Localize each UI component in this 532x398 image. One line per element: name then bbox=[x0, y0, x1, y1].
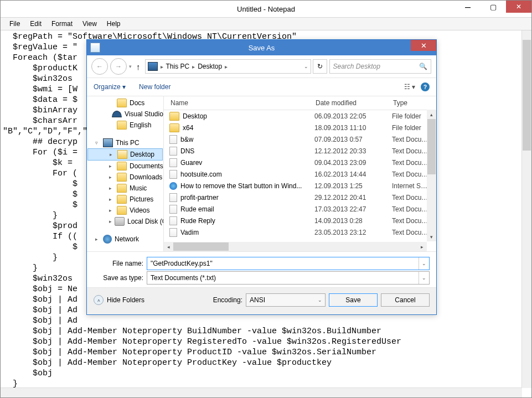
cancel-button[interactable]: Cancel bbox=[381, 293, 430, 307]
menu-file[interactable]: File bbox=[4, 19, 25, 29]
doc-icon bbox=[169, 147, 177, 156]
new-folder-button[interactable]: New folder bbox=[139, 83, 171, 91]
scroll-left-arrow[interactable]: ◂ bbox=[164, 242, 173, 251]
search-input[interactable]: Search Desktop 🔍 bbox=[329, 59, 431, 74]
scroll-down-arrow[interactable]: ▾ bbox=[427, 232, 436, 241]
breadcrumb-current[interactable]: Desktop bbox=[198, 63, 222, 70]
help-icon[interactable]: ? bbox=[421, 82, 430, 91]
tree-item[interactable]: ▸Pictures bbox=[87, 194, 163, 205]
savetype-select[interactable]: Text Documents (*.txt) ⌄ bbox=[147, 271, 430, 285]
tree-item[interactable]: ▸Videos bbox=[87, 205, 163, 216]
filename-input[interactable]: "GetProductKey.ps1" ⌄ bbox=[147, 257, 430, 270]
close-button[interactable]: ✕ bbox=[506, 1, 531, 13]
expander-icon[interactable]: ▸ bbox=[109, 219, 112, 224]
file-list[interactable]: Name Date modified Type Desktop06.09.201… bbox=[164, 96, 436, 251]
menu-view[interactable]: View bbox=[78, 19, 102, 29]
list-horizontal-scrollbar[interactable]: ◂ ▸ bbox=[164, 242, 427, 251]
chevron-right-icon[interactable]: ▸ bbox=[190, 64, 197, 70]
dialog-nav: ← → ▾ ↑ ▸ This PC ▸ Desktop ▸ ⌄ ↻ Search… bbox=[87, 55, 436, 78]
save-button[interactable]: Save bbox=[329, 293, 378, 307]
menu-edit[interactable]: Edit bbox=[25, 19, 47, 29]
minimize-button[interactable]: – bbox=[455, 1, 481, 13]
tree-item[interactable]: English bbox=[87, 120, 163, 131]
file-name: Guarev bbox=[180, 159, 202, 167]
tree-item[interactable]: ▸Network bbox=[87, 234, 163, 245]
vertical-scrollbar[interactable] bbox=[521, 30, 531, 388]
recent-dropdown[interactable]: ▾ bbox=[129, 64, 132, 69]
chevron-right-icon[interactable]: ▸ bbox=[159, 64, 165, 70]
back-button[interactable]: ← bbox=[91, 58, 108, 75]
folder-icon bbox=[117, 184, 127, 193]
hide-folders-button[interactable]: ʌ Hide Folders bbox=[94, 295, 144, 305]
expander-icon[interactable]: ▸ bbox=[109, 163, 114, 169]
scroll-up-arrow[interactable]: ▴ bbox=[427, 110, 436, 119]
column-name[interactable]: Name bbox=[165, 99, 310, 107]
tree-item[interactable]: ▿This PC bbox=[87, 137, 163, 148]
doc-icon bbox=[169, 216, 177, 225]
list-vertical-scrollbar[interactable]: ▴ ▾ bbox=[427, 110, 436, 241]
file-row[interactable]: hootsuite.com16.02.2013 14:44Text Docume… bbox=[164, 168, 436, 180]
file-row[interactable]: Rude email17.03.2013 22:47Text Document bbox=[164, 203, 436, 215]
dropdown-icon[interactable]: ⌄ bbox=[419, 272, 429, 284]
tree-item[interactable]: ▸Local Disk (C:) bbox=[87, 216, 163, 227]
file-date: 07.09.2013 0:57 bbox=[309, 136, 386, 143]
file-row[interactable]: Rude Reply14.09.2013 0:28Text Document bbox=[164, 215, 436, 226]
list-body[interactable]: Desktop06.09.2013 22:05File folderx6418.… bbox=[164, 110, 436, 251]
tree-item[interactable]: Visual Studio 11 bbox=[87, 108, 163, 120]
file-row[interactable]: DNS12.12.2012 20:33Text Document bbox=[164, 145, 436, 157]
file-row[interactable]: Desktop06.09.2013 22:05File folder bbox=[164, 110, 436, 122]
up-button[interactable]: ↑ bbox=[134, 62, 143, 71]
file-name: Rude Reply bbox=[180, 217, 215, 225]
tree-item-label: Visual Studio 11 bbox=[125, 110, 164, 118]
file-row[interactable]: x6418.09.2013 11:10File folder bbox=[164, 122, 436, 133]
tree-item[interactable]: ▸Music bbox=[87, 183, 163, 194]
menu-format[interactable]: Format bbox=[47, 19, 78, 29]
forward-button[interactable]: → bbox=[110, 58, 127, 75]
tree-item-label: Desktop bbox=[130, 151, 154, 158]
encoding-select[interactable]: ANSI ⌄ bbox=[246, 293, 326, 307]
horizontal-scrollbar[interactable] bbox=[1, 387, 522, 397]
scroll-thumb[interactable] bbox=[427, 119, 436, 174]
expander-icon[interactable]: ▸ bbox=[110, 152, 115, 157]
file-row[interactable]: profit-partner29.12.2012 20:41Text Docum… bbox=[164, 192, 436, 203]
column-type[interactable]: Type bbox=[388, 99, 432, 107]
expander-icon[interactable]: ▸ bbox=[109, 185, 114, 191]
file-row[interactable]: b&w07.09.2013 0:57Text Document bbox=[164, 133, 436, 145]
tree-item[interactable]: Docs bbox=[87, 97, 163, 108]
tree-item[interactable]: ▸Documents bbox=[87, 161, 163, 172]
view-options-button[interactable]: ☷ ▾ bbox=[404, 83, 415, 91]
scroll-thumb[interactable] bbox=[523, 40, 531, 151]
expander-icon[interactable]: ▸ bbox=[109, 208, 114, 213]
chevron-right-icon[interactable]: ▸ bbox=[223, 64, 229, 70]
file-row[interactable]: Guarev09.04.2013 23:09Text Document bbox=[164, 157, 436, 168]
breadcrumb-dropdown[interactable]: ⌄ bbox=[304, 64, 308, 69]
expander-icon[interactable]: ▸ bbox=[95, 236, 100, 242]
breadcrumb-root[interactable]: This PC bbox=[166, 63, 190, 70]
expander-icon[interactable]: ▿ bbox=[95, 140, 100, 146]
scroll-right-arrow[interactable]: ▸ bbox=[417, 242, 427, 251]
list-header[interactable]: Name Date modified Type bbox=[164, 96, 436, 110]
notepad-menubar: File Edit Format View Help bbox=[1, 18, 531, 30]
file-date: 17.03.2013 22:47 bbox=[309, 205, 386, 213]
file-row[interactable]: How to remove the Start button in Wind..… bbox=[164, 180, 436, 192]
dropdown-icon[interactable]: ⌄ bbox=[315, 294, 325, 306]
file-name: Rude email bbox=[180, 205, 214, 213]
breadcrumb[interactable]: ▸ This PC ▸ Desktop ▸ ⌄ bbox=[145, 59, 311, 74]
maximize-button[interactable]: ▢ bbox=[481, 1, 506, 13]
expander-icon[interactable]: ▸ bbox=[109, 197, 114, 202]
refresh-button[interactable]: ↻ bbox=[313, 59, 327, 74]
dropdown-icon[interactable]: ⌄ bbox=[419, 257, 429, 270]
organize-button[interactable]: Organize ▾ bbox=[94, 83, 126, 91]
tree-item-label: Local Disk (C:) bbox=[127, 218, 164, 225]
column-date[interactable]: Date modified bbox=[310, 99, 388, 107]
file-row[interactable]: Vadim23.05.2013 23:12Text Document bbox=[164, 226, 436, 238]
tree-item[interactable]: ▸Desktop bbox=[87, 148, 163, 161]
dialog-close-button[interactable]: ✕ bbox=[411, 40, 436, 51]
folder-tree[interactable]: DocsVisual Studio 11English▿This PC▸Desk… bbox=[87, 96, 164, 251]
menu-help[interactable]: Help bbox=[102, 19, 126, 29]
scroll-thumb[interactable] bbox=[173, 242, 229, 251]
tree-item[interactable]: ▸Downloads bbox=[87, 172, 163, 183]
doc-icon bbox=[169, 228, 177, 237]
expander-icon[interactable]: ▸ bbox=[109, 174, 114, 180]
tree-item-label: Downloads bbox=[130, 173, 162, 181]
